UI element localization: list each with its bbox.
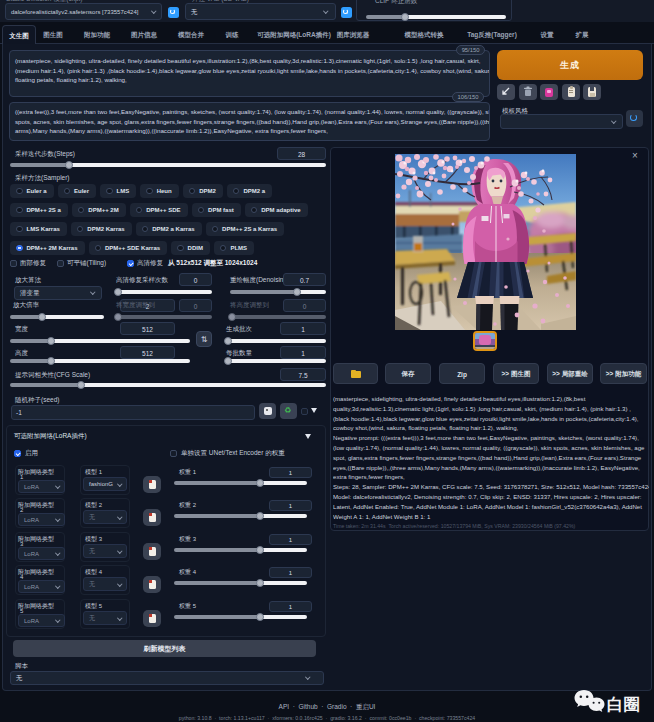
svg-text:白圈: 白圈: [607, 695, 640, 713]
